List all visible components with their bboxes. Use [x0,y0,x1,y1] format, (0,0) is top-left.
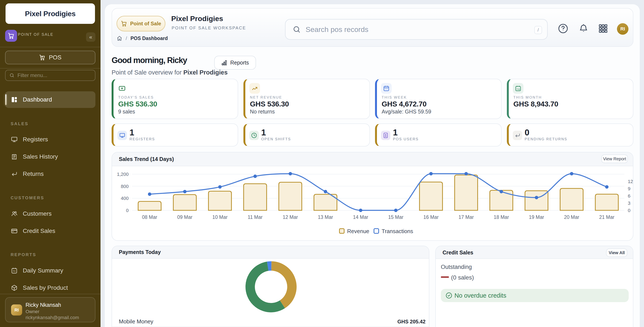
svg-text:0: 0 [126,208,129,213]
svg-text:14 Mar: 14 Mar [353,214,368,220]
svg-text:09 Mar: 09 Mar [177,214,192,220]
svg-text:16 Mar: 16 Mar [423,214,439,220]
svg-text:Transactions: Transactions [382,228,413,234]
svg-text:10 Mar: 10 Mar [212,214,228,220]
svg-text:GHS 205.42: GHS 205.42 [398,319,426,324]
svg-text:400: 400 [121,196,129,201]
svg-text:Mobile Money: Mobile Money [119,318,153,325]
svg-text:6: 6 [628,193,630,199]
svg-text:11 Mar: 11 Mar [248,214,262,220]
svg-text:13 Mar: 13 Mar [318,214,333,220]
svg-text:3: 3 [628,200,630,206]
svg-text:1,200: 1,200 [117,172,129,177]
svg-text:17 Mar: 17 Mar [458,214,474,220]
svg-text:20 Mar: 20 Mar [564,214,579,220]
svg-text:12: 12 [628,179,633,184]
svg-text:08 Mar: 08 Mar [142,214,158,220]
svg-text:19 Mar: 19 Mar [529,214,544,220]
svg-text:21 Mar: 21 Mar [599,214,614,220]
svg-text:Aug: Aug [516,88,520,90]
svg-text:800: 800 [121,184,129,189]
svg-text:0: 0 [628,208,630,213]
svg-text:Fri: Fri [13,270,16,272]
svg-text:18 Mar: 18 Mar [494,214,509,220]
svg-text:9: 9 [628,186,630,192]
svg-text:Revenue: Revenue [347,228,369,234]
svg-text:15 Mar: 15 Mar [388,214,404,220]
svg-text:12 Mar: 12 Mar [282,214,298,220]
